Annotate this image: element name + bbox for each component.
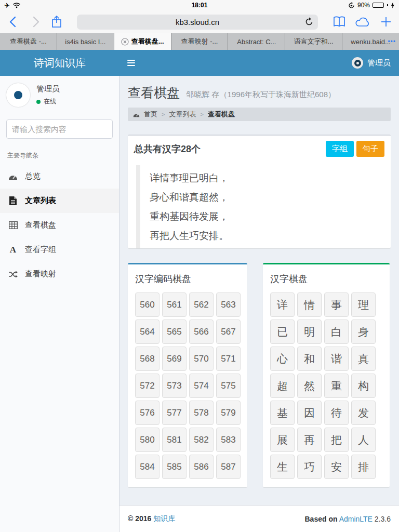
navbar-user-label: 管理员 (367, 58, 391, 68)
browser-tab-2[interactable]: is4is basic I... (57, 33, 114, 50)
hanzi-cell: 排 (351, 455, 376, 479)
site-link[interactable]: 知识库 (153, 514, 175, 523)
breadcrumb: 首页 > 文章列表 > 查看棋盘 (128, 108, 391, 121)
navbar-user-menu[interactable]: 管理员 (352, 57, 399, 69)
hanzi-cell: 白 (324, 320, 349, 344)
hanzi-board-grid: 详情事理已明白身心和谐真超然重构基因待发展再把人生巧安排 (269, 292, 383, 479)
code-cell: 560 (135, 292, 159, 317)
poem-line: 再把人生巧安排。 (150, 226, 382, 245)
code-cell: 563 (216, 292, 241, 317)
poem-line: 详情事理已明白， (150, 168, 382, 188)
code-cell: 579 (216, 401, 241, 425)
browser-tab-5[interactable]: Abstract: C... (228, 33, 285, 50)
code-cell: 577 (162, 401, 187, 425)
sidebar-user-status: 在线 (44, 97, 56, 106)
hanzi-cell: 真 (351, 347, 376, 371)
sidebar-search (6, 119, 113, 139)
sidebar-item-article-list[interactable]: 文章列表 (0, 189, 119, 213)
hanzi-cell: 然 (297, 374, 322, 398)
hanzi-cell: 展 (270, 428, 295, 452)
dashboard-icon (7, 172, 19, 180)
avatar (6, 83, 30, 107)
hanzi-cell: 谐 (324, 347, 349, 371)
hanzi-cell: 构 (351, 374, 376, 398)
sidebar-item-view-board[interactable]: 查看棋盘 (0, 213, 119, 237)
browser-tab-7[interactable]: wenku.baid... ••• (342, 33, 399, 50)
browser-tab-active[interactable]: 查看棋盘... (114, 33, 171, 50)
app-navbar: 诗词知识库 管理员 (0, 50, 399, 76)
hanzi-board-title: 汉字棋盘 (269, 271, 383, 292)
word-group-button[interactable]: 字组 (326, 141, 354, 157)
hanzi-cell: 巧 (297, 455, 322, 479)
reading-list-icon[interactable] (332, 16, 346, 28)
app-brand[interactable]: 诗词知识库 (0, 56, 119, 70)
hanzi-board-panel: 汉字棋盘 详情事理已明白身心和谐真超然重构基因待发展再把人生巧安排 (263, 263, 390, 487)
summary-title: 总共有汉字28个 (134, 143, 201, 155)
sidebar: 管理员 在线 主要导航条 总览 (0, 76, 119, 532)
sentence-button[interactable]: 句子 (356, 141, 384, 157)
hanzi-cell: 重 (324, 374, 349, 398)
font-icon: A (7, 245, 19, 255)
hanzi-cell: 明 (297, 320, 322, 344)
hanzi-cell: 事 (324, 292, 349, 317)
sidebar-section-label: 主要导航条 (0, 142, 119, 164)
code-cell: 565 (162, 320, 187, 344)
forward-button[interactable] (29, 16, 42, 28)
ios-status-bar: ✈ 18:01 90% (0, 0, 399, 10)
code-cell: 580 (135, 428, 159, 452)
code-cell: 572 (135, 374, 159, 398)
sidebar-item-view-groups[interactable]: A 查看字组 (0, 237, 119, 262)
content-area: 查看棋盘 邹晓辉 存（1996年秋写于珠海新世纪608） 首页 > 文章列表 >… (119, 76, 399, 505)
table-icon (7, 221, 19, 229)
back-button[interactable] (7, 16, 20, 28)
sidebar-item-view-mapping[interactable]: 查看映射 (0, 262, 119, 286)
hanzi-cell: 已 (270, 320, 295, 344)
hanzi-cell: 人 (351, 428, 376, 452)
code-cell: 583 (216, 428, 241, 452)
code-cell: 566 (189, 320, 214, 344)
poem-line: 身心和谐真超然， (150, 188, 382, 207)
close-tab-icon[interactable] (121, 38, 129, 46)
sidebar-item-overview[interactable]: 总览 (0, 164, 119, 189)
hanzi-cell: 心 (270, 347, 295, 371)
code-cell: 564 (135, 320, 159, 344)
code-cell: 562 (189, 292, 214, 317)
hanzi-cell: 生 (270, 455, 295, 479)
hanzi-cell: 把 (324, 428, 349, 452)
url-text: kb3.sloud.cn (176, 18, 219, 26)
code-cell: 567 (216, 320, 241, 344)
poem-line: 重构基因待发展， (150, 207, 382, 226)
hanzi-cell: 再 (297, 428, 322, 452)
code-cell: 575 (216, 374, 241, 398)
browser-tab-1[interactable]: 查看棋盘 -... (0, 33, 57, 50)
breadcrumb-home[interactable]: 首页 (144, 110, 157, 119)
code-cell: 573 (162, 374, 187, 398)
refresh-icon[interactable] (304, 17, 314, 26)
hanzi-cell: 和 (297, 347, 322, 371)
avatar (352, 57, 363, 69)
breadcrumb-article-list[interactable]: 文章列表 (169, 110, 196, 119)
code-cell: 586 (189, 455, 214, 479)
address-bar[interactable]: kb3.sloud.cn (77, 15, 318, 30)
browser-tab-6[interactable]: 语言文字和... (285, 33, 342, 50)
sidebar-user-panel: 管理员 在线 (0, 76, 119, 112)
share-icon[interactable] (51, 15, 62, 29)
hanzi-cell: 安 (324, 455, 349, 479)
browser-tab-4[interactable]: 查看映射 -... (171, 33, 229, 50)
page-subtitle: 邹晓辉 存（1996年秋写于珠海新世纪608） (186, 90, 336, 99)
icloud-tabs-icon[interactable] (355, 16, 371, 28)
online-status-dot (36, 100, 41, 104)
more-tabs-icon[interactable]: ••• (388, 38, 396, 45)
hanzi-cell: 超 (270, 374, 295, 398)
search-input[interactable] (12, 125, 115, 134)
code-cell: 574 (189, 374, 214, 398)
code-cell: 587 (216, 455, 241, 479)
code-cell: 585 (162, 455, 187, 479)
adminlte-link[interactable]: AdminLTE (339, 515, 373, 523)
code-cell: 561 (162, 292, 187, 317)
file-text-icon (7, 196, 19, 205)
new-tab-icon[interactable] (380, 16, 392, 28)
sidebar-toggle-button[interactable] (119, 50, 143, 76)
code-cell: 571 (216, 347, 241, 371)
hanzi-cell: 因 (297, 401, 322, 425)
